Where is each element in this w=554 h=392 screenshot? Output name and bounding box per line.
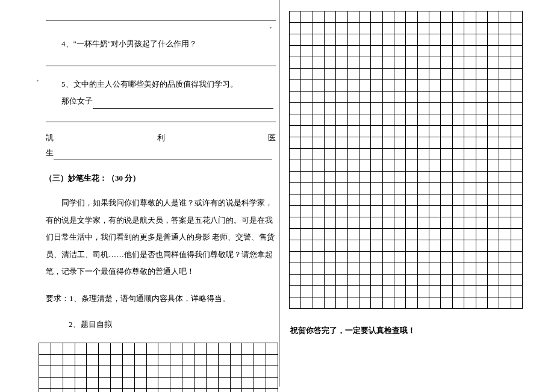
- grid-cell: [87, 366, 99, 378]
- grid-cell: [325, 172, 336, 183]
- grid-cell: [476, 92, 487, 103]
- grid-cell: [325, 34, 336, 46]
- grid-cell: [87, 343, 99, 355]
- grid-cell: [63, 378, 75, 389]
- grid-cell: [146, 343, 158, 355]
- grid-cell: [301, 286, 313, 297]
- grid-cell: [51, 366, 63, 378]
- grid-cell: [464, 103, 476, 114]
- grid-cell: [39, 389, 51, 392]
- left-column: 。 4、"一杯牛奶"对小男孩起了什么作用？ 5、文中的主人公有哪些美好的品质值得…: [46, 7, 276, 392]
- grid-cell: [347, 206, 359, 217]
- grid-cell: [242, 366, 254, 378]
- grid-cell: [429, 80, 441, 92]
- grid-cell: [417, 206, 429, 217]
- grid-cell: [359, 263, 371, 275]
- grid-cell: [487, 217, 499, 229]
- grid-cell: [134, 355, 146, 366]
- grid-cell: [359, 160, 371, 172]
- grid-cell: [406, 275, 417, 286]
- grid-cell: [406, 69, 417, 80]
- grid-cell: [325, 23, 336, 34]
- grid-cell: [452, 103, 464, 114]
- grid-cell: [313, 229, 324, 240]
- grid-cell: [336, 92, 347, 103]
- grid-cell: [476, 252, 487, 263]
- grid-cell: [452, 34, 464, 46]
- grid-cell: [464, 92, 476, 103]
- grid-cell: [111, 378, 123, 389]
- grid-cell: [336, 114, 347, 126]
- grid-cell: [441, 183, 452, 194]
- grid-cell: [464, 275, 476, 286]
- grid-cell: [417, 92, 429, 103]
- grid-cell: [406, 252, 417, 263]
- grid-cell: [394, 57, 406, 69]
- grid-cell: [382, 229, 394, 240]
- grid-cell: [359, 194, 371, 206]
- grid-cell: [290, 240, 301, 252]
- grid-cell: [371, 137, 382, 149]
- grid-cell: [371, 229, 382, 240]
- grid-cell: [394, 46, 406, 57]
- grid-cell: [417, 57, 429, 69]
- grid-cell: [394, 172, 406, 183]
- grid-cell: [406, 103, 417, 114]
- grid-cell: [476, 34, 487, 46]
- grid-cell: [230, 389, 242, 392]
- grid-cell: [406, 183, 417, 194]
- grid-cell: [266, 378, 278, 389]
- grid-cell: [325, 194, 336, 206]
- grid-cell: [511, 183, 522, 194]
- grid-cell: [417, 11, 429, 23]
- grid-cell: [242, 355, 254, 366]
- grid-cell: [452, 126, 464, 137]
- grid-cell: [406, 46, 417, 57]
- grid-cell: [417, 217, 429, 229]
- grid-cell: [511, 217, 522, 229]
- grid-cell: [313, 126, 324, 137]
- grid-cell: [487, 23, 499, 34]
- grid-cell: [464, 252, 476, 263]
- grid-cell: [394, 114, 406, 126]
- grid-cell: [487, 275, 499, 286]
- grid-cell: [170, 355, 182, 366]
- kaili-char-3: 医: [268, 131, 276, 146]
- grid-cell: [325, 240, 336, 252]
- grid-cell: [301, 11, 313, 23]
- kaili-char-4: 生: [46, 148, 54, 157]
- grid-cell: [511, 23, 522, 34]
- grid-cell: [417, 275, 429, 286]
- grid-cell: [417, 137, 429, 149]
- grid-cell: [511, 194, 522, 206]
- grid-cell: [146, 366, 158, 378]
- grid-cell: [313, 80, 324, 92]
- grid-cell: [394, 297, 406, 309]
- grid-cell: [429, 194, 441, 206]
- grid-cell: [406, 172, 417, 183]
- grid-cell: [301, 126, 313, 137]
- grid-cell: [452, 275, 464, 286]
- grid-cell: [336, 275, 347, 286]
- grid-cell: [325, 11, 336, 23]
- grid-cell: [230, 355, 242, 366]
- grid-cell: [476, 80, 487, 92]
- grid-cell: [170, 343, 182, 355]
- grid-cell: [487, 92, 499, 103]
- grid-cell: [382, 137, 394, 149]
- grid-cell: [87, 355, 99, 366]
- grid-cell: [347, 11, 359, 23]
- grid-cell: [347, 137, 359, 149]
- grid-cell: [382, 80, 394, 92]
- grid-cell: [218, 378, 230, 389]
- grid-cell: [511, 252, 522, 263]
- grid-cell: [336, 23, 347, 34]
- grid-cell: [313, 92, 324, 103]
- grid-cell: [325, 297, 336, 309]
- grid-cell: [122, 343, 134, 355]
- grid-cell: [487, 229, 499, 240]
- grid-cell: [441, 286, 452, 297]
- grid-cell: [406, 137, 417, 149]
- grid-cell: [476, 57, 487, 69]
- grid-cell: [394, 34, 406, 46]
